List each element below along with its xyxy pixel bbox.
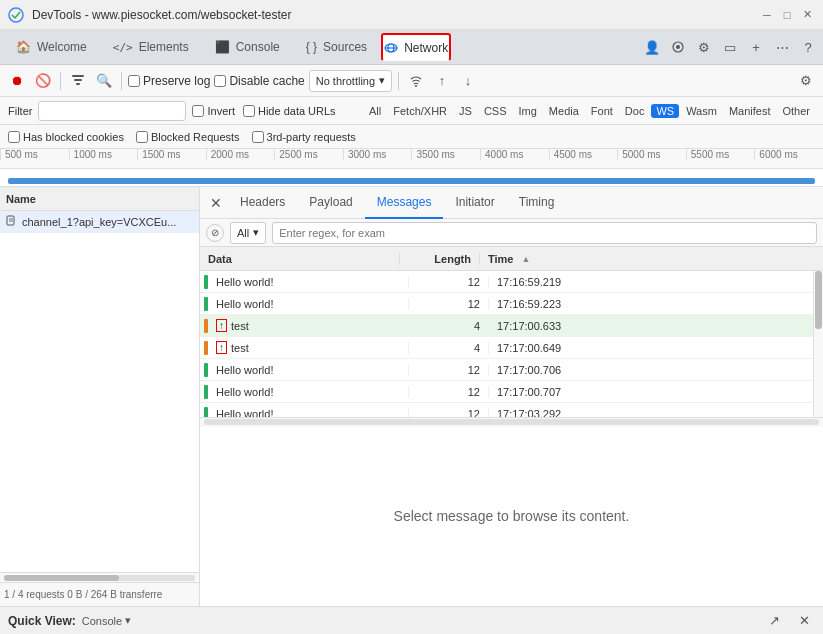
vertical-scrollbar[interactable] xyxy=(813,271,823,417)
filter-wasm[interactable]: Wasm xyxy=(681,104,722,118)
message-table-body[interactable]: Hello world!1217:16:59.219Hello world!12… xyxy=(200,271,823,417)
scrollbar-track-h xyxy=(4,575,195,581)
application-icon[interactable]: ⚙ xyxy=(693,36,715,58)
timeline-progress-bar xyxy=(8,178,815,184)
filter-js[interactable]: JS xyxy=(454,104,477,118)
disable-cache-input[interactable] xyxy=(214,75,226,87)
tick-3: 2000 ms xyxy=(206,149,275,160)
horizontal-scrollbar[interactable] xyxy=(200,417,823,427)
time-header-label: Time xyxy=(488,253,513,265)
filter-input[interactable] xyxy=(38,101,186,121)
wifi-icon[interactable] xyxy=(405,70,427,92)
tab-welcome[interactable]: 🏠 Welcome xyxy=(4,33,99,61)
hide-data-urls-check[interactable]: Hide data URLs xyxy=(243,105,336,117)
message-filter-input[interactable] xyxy=(272,222,817,244)
table-row[interactable]: Hello world!1217:17:00.707 xyxy=(200,381,823,403)
clear-button[interactable]: 🚫 xyxy=(32,70,54,92)
tab-initiator[interactable]: Initiator xyxy=(443,187,506,219)
maximize-button[interactable]: □ xyxy=(779,7,795,23)
throttle-dropdown[interactable]: No throttling ▾ xyxy=(309,70,392,92)
hide-data-urls-input[interactable] xyxy=(243,105,255,117)
tab-console[interactable]: ⬛ Console xyxy=(203,33,292,61)
msg-time-cell: 17:17:00.707 xyxy=(488,386,823,398)
file-list-name-header: Name xyxy=(6,193,36,205)
tab-messages[interactable]: Messages xyxy=(365,187,444,219)
search-button[interactable]: 🔍 xyxy=(93,70,115,92)
disable-cache-check[interactable]: Disable cache xyxy=(214,74,304,88)
settings-icon[interactable]: ⚙ xyxy=(795,70,817,92)
third-party-input[interactable] xyxy=(252,131,264,143)
blocked-requests-check[interactable]: Blocked Requests xyxy=(136,131,240,143)
filter-css[interactable]: CSS xyxy=(479,104,512,118)
table-row[interactable]: Hello world!1217:16:59.219 xyxy=(200,271,823,293)
filter-font[interactable]: Font xyxy=(586,104,618,118)
help-button[interactable]: ? xyxy=(797,36,819,58)
invert-input[interactable] xyxy=(192,105,204,117)
toolbar-divider-1 xyxy=(60,72,61,90)
tab-payload[interactable]: Payload xyxy=(297,187,364,219)
filter-manifest[interactable]: Manifest xyxy=(724,104,776,118)
filter-all[interactable]: All xyxy=(364,104,386,118)
data-header-label: Data xyxy=(208,253,232,265)
filter-other[interactable]: Other xyxy=(777,104,815,118)
third-party-check[interactable]: 3rd-party requests xyxy=(252,131,356,143)
filter-ws[interactable]: WS xyxy=(651,104,679,118)
table-row[interactable]: ↑test417:17:00.633 xyxy=(200,315,823,337)
col-time-header[interactable]: Time ▲ xyxy=(480,253,823,265)
blocked-cookies-input[interactable] xyxy=(8,131,20,143)
msg-time-cell: 17:17:00.706 xyxy=(488,364,823,376)
table-row[interactable]: Hello world!1217:17:03.292 xyxy=(200,403,823,417)
preserve-log-check[interactable]: Preserve log xyxy=(128,74,210,88)
record-button[interactable]: ⏺ xyxy=(6,70,28,92)
blocked-requests-input[interactable] xyxy=(136,131,148,143)
message-select-prompt: Select message to browse its content. xyxy=(200,427,823,607)
network-toolbar: ⏺ 🚫 🔍 Preserve log Disable cache No thro… xyxy=(0,65,823,97)
filter-clear-button[interactable]: ⊘ xyxy=(206,224,224,242)
performance-icon[interactable]: 👤 xyxy=(641,36,663,58)
tab-headers[interactable]: Headers xyxy=(228,187,297,219)
msg-time-cell: 17:17:00.633 xyxy=(488,320,823,332)
send-indicator-box: ↑ xyxy=(216,319,227,332)
tab-sources[interactable]: { } Sources xyxy=(294,33,379,61)
filter-toggle[interactable] xyxy=(67,70,89,92)
tab-timing[interactable]: Timing xyxy=(507,187,567,219)
tab-network[interactable]: Network xyxy=(381,33,451,61)
tab-elements[interactable]: </> Elements xyxy=(101,33,201,61)
recv-indicator xyxy=(204,407,208,417)
send-indicator-box: ↑ xyxy=(216,341,227,354)
quick-view-arrow: ▾ xyxy=(125,614,131,627)
filter-doc[interactable]: Doc xyxy=(620,104,650,118)
preserve-log-input[interactable] xyxy=(128,75,140,87)
quick-view-dropdown[interactable]: Console ▾ xyxy=(82,614,131,627)
close-button[interactable]: ✕ xyxy=(799,7,815,23)
close-quick-view-button[interactable]: ✕ xyxy=(793,610,815,632)
tick-6: 3500 ms xyxy=(411,149,480,160)
memory-icon[interactable] xyxy=(667,36,689,58)
table-row[interactable]: Hello world!1217:16:59.223 xyxy=(200,293,823,315)
sources-icon: { } xyxy=(306,40,317,54)
file-item-channel[interactable]: channel_1?api_key=VCXCEu... xyxy=(0,211,199,233)
upload-icon[interactable]: ↑ xyxy=(431,70,453,92)
table-row[interactable]: ↑test417:17:00.649 xyxy=(200,337,823,359)
recv-indicator xyxy=(204,275,208,289)
file-list-scrollbar-h[interactable] xyxy=(0,572,199,582)
disable-cache-label: Disable cache xyxy=(229,74,304,88)
add-tab-button[interactable]: + xyxy=(745,36,767,58)
filter-fetch-xhr[interactable]: Fetch/XHR xyxy=(388,104,452,118)
filter-media[interactable]: Media xyxy=(544,104,584,118)
device-toolbar-icon[interactable]: ▭ xyxy=(719,36,741,58)
tick-7: 4000 ms xyxy=(480,149,549,160)
file-list-content[interactable]: channel_1?api_key=VCXCEu... xyxy=(0,211,199,572)
invert-check[interactable]: Invert xyxy=(192,105,235,117)
filter-all-dropdown[interactable]: All ▾ xyxy=(230,222,266,244)
filter-img[interactable]: Img xyxy=(514,104,542,118)
download-icon[interactable]: ↓ xyxy=(457,70,479,92)
table-row[interactable]: Hello world!1217:17:00.706 xyxy=(200,359,823,381)
send-indicator xyxy=(204,319,208,333)
minimize-button[interactable]: ─ xyxy=(759,7,775,23)
dock-button[interactable]: ↗ xyxy=(763,610,785,632)
tick-8: 4500 ms xyxy=(549,149,618,160)
blocked-cookies-check[interactable]: Has blocked cookies xyxy=(8,131,124,143)
close-panel-button[interactable]: ✕ xyxy=(204,191,228,215)
more-tabs-button[interactable]: ⋯ xyxy=(771,36,793,58)
